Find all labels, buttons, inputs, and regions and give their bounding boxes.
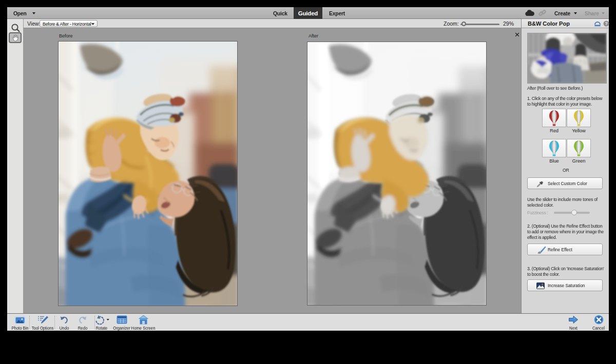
svg-text:?: ? xyxy=(605,21,607,26)
